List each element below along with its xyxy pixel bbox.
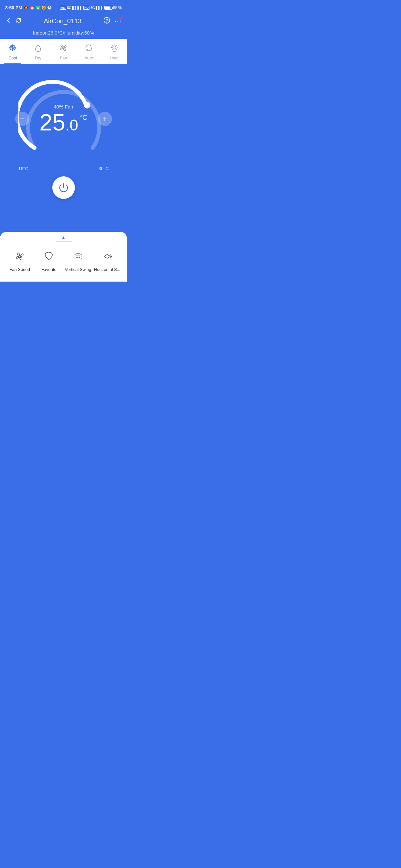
alarm-icon: ⏰	[30, 5, 35, 10]
tab-dry[interactable]: Dry	[30, 41, 47, 64]
status-right: HD 5G ▌▌▌▌ HD 5G ▌▌▌ 85%	[60, 5, 122, 10]
battery-percent: 85	[113, 5, 117, 10]
favorite-icon	[43, 251, 55, 265]
battery-icon	[104, 6, 112, 10]
horizontal-swing-action[interactable]: Horizontal S...	[93, 251, 122, 272]
cool-icon	[8, 43, 17, 54]
temperature-unit: °C	[80, 113, 88, 122]
vertical-swing-label: Vertical Swing	[65, 267, 91, 272]
horizontal-swing-label: Horizontal S...	[94, 267, 120, 272]
mode-tabs: Cool Dry Fan	[0, 39, 127, 64]
wechat-icon: W	[36, 6, 40, 10]
status-bar: 3:50 PM 🔇 ⏰ W 🐱 Ⓜ HD 5G ▌▌▌▌ HD 5G ▌▌▌ 8…	[0, 0, 127, 14]
bottom-sheet: ▲ Fan Speed Favorite	[0, 232, 127, 282]
signal-bars-1: ▌▌▌▌	[72, 6, 82, 10]
network-5g-2: 5G	[90, 6, 95, 10]
vertical-swing-action[interactable]: Vertical Swing	[64, 251, 93, 272]
min-temp-label: 16°C	[19, 166, 28, 171]
power-button[interactable]	[52, 176, 75, 199]
power-icon	[58, 182, 69, 193]
fan-icon	[59, 43, 68, 54]
hd-badge-2: HD	[83, 6, 89, 10]
header-right: ···	[103, 17, 122, 26]
bottom-actions: Fan Speed Favorite Vertical Swing	[0, 247, 127, 275]
page-title: AirCon_0113	[22, 18, 103, 25]
temp-minus-button[interactable]: −	[15, 112, 29, 126]
app-icon-1: 🐱	[41, 5, 46, 10]
network-5g: 5G	[67, 6, 71, 10]
dry-icon	[34, 43, 42, 54]
vertical-swing-icon	[72, 251, 84, 265]
tab-fan-label: Fan	[60, 56, 67, 60]
app-icon-2: Ⓜ	[48, 5, 51, 11]
dial-center: 40% Fan 25.0 °C	[39, 104, 88, 134]
tab-auto[interactable]: Auto	[81, 41, 97, 64]
temp-range: 16°C 30°C	[19, 166, 109, 171]
back-button[interactable]	[5, 17, 11, 25]
status-left: 3:50 PM 🔇 ⏰ W 🐱 Ⓜ	[5, 5, 51, 11]
temp-display: 25.0 °C	[39, 111, 88, 134]
tab-heat[interactable]: Heat	[106, 41, 123, 64]
time: 3:50 PM	[5, 5, 22, 10]
indoor-text: Indoor:26.0°C/Humidity:60%	[33, 30, 94, 35]
more-button[interactable]: ···	[114, 18, 122, 25]
horizontal-swing-icon	[101, 251, 113, 265]
fan-speed-label: Fan Speed	[9, 267, 30, 272]
favorite-label: Favorite	[41, 267, 57, 272]
tab-heat-label: Heat	[110, 56, 119, 60]
tab-auto-label: Auto	[85, 56, 93, 60]
tab-dry-label: Dry	[35, 56, 41, 60]
svg-line-9	[116, 50, 117, 50]
svg-point-3	[113, 46, 116, 49]
main-content: 40% Fan 25.0 °C − + 16°C 30°C	[0, 64, 127, 232]
auto-icon	[84, 43, 93, 54]
temp-plus-button[interactable]: +	[98, 112, 112, 126]
fan-speed-text: 40% Fan	[39, 104, 88, 110]
battery-fill	[105, 6, 111, 9]
refresh-button[interactable]	[16, 17, 22, 25]
svg-point-1	[107, 22, 107, 22]
temperature-value: 25.0	[39, 111, 78, 134]
temperature-dial[interactable]: 40% Fan 25.0 °C − +	[19, 73, 109, 164]
max-temp-label: 30°C	[98, 166, 109, 171]
drag-arrow: ▲	[0, 235, 127, 240]
mute-icon: 🔇	[24, 5, 28, 10]
svg-line-10	[116, 45, 117, 46]
heat-icon	[110, 43, 119, 54]
header-left	[5, 17, 22, 25]
help-button[interactable]	[103, 17, 111, 26]
fan-speed-action[interactable]: Fan Speed	[5, 251, 34, 272]
svg-line-11	[112, 50, 113, 50]
hd-badge: HD	[60, 6, 66, 10]
favorite-action[interactable]: Favorite	[34, 251, 63, 272]
svg-line-8	[112, 45, 113, 46]
signal-bars-2: ▌▌▌	[96, 6, 103, 10]
fan-speed-icon	[14, 251, 26, 265]
notification-dot	[119, 17, 122, 20]
header: AirCon_0113 ···	[0, 14, 127, 28]
bottom-sheet-handle	[56, 241, 72, 242]
tab-cool-label: Cool	[8, 56, 17, 60]
tab-fan[interactable]: Fan	[55, 41, 72, 64]
indoor-info: Indoor:26.0°C/Humidity:60%	[0, 28, 127, 39]
tab-cool[interactable]: Cool	[4, 41, 21, 64]
